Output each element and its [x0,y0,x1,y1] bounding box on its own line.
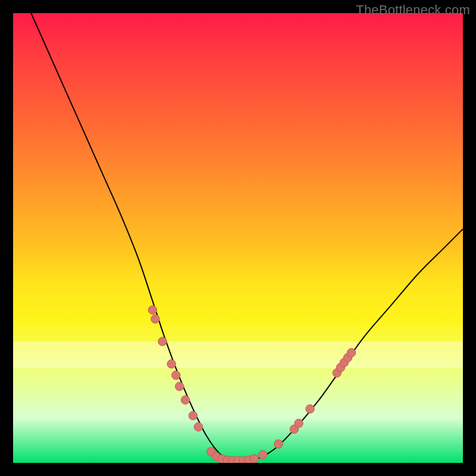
data-marker [158,337,167,346]
data-marker [151,315,159,323]
data-marker [306,405,314,413]
bottleneck-curve [31,13,463,462]
data-marker [181,396,189,404]
data-marker [250,455,258,463]
data-marker [295,419,303,427]
watermark-text: TheBottleneck.com [356,2,470,18]
marker-group [148,306,356,463]
data-marker [274,440,283,448]
data-marker [148,306,156,314]
data-marker [172,371,180,379]
data-marker [176,382,184,390]
data-marker [189,411,197,419]
data-marker [258,450,267,459]
data-marker [194,422,202,431]
chart-svg [13,13,463,463]
data-marker [167,360,176,368]
data-marker [347,349,355,357]
